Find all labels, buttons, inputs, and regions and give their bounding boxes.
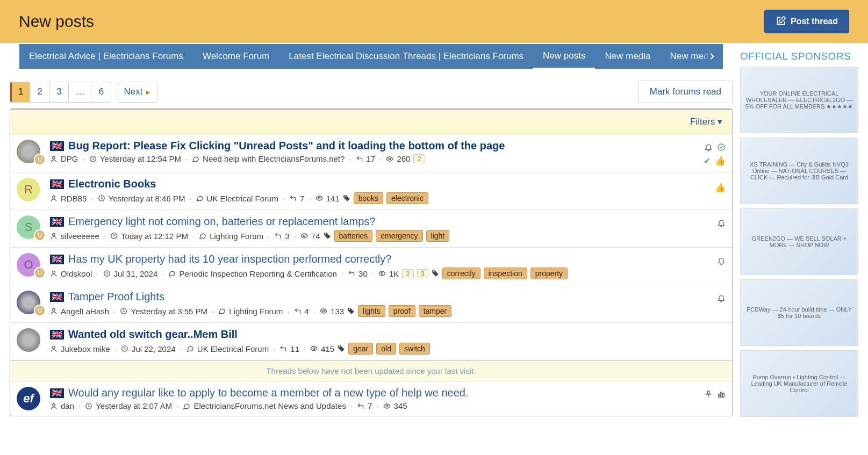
thread-tag[interactable]: light [426,230,450,242]
thread-tag[interactable]: tamper [419,305,452,317]
view-count: 141 [326,194,340,203]
thread-title-link[interactable]: Wanted old switch gear..Mem Bill [68,328,238,341]
tags-icon [324,232,331,240]
thread-avatar[interactable]: SU [17,215,42,239]
thread-tag[interactable]: switch [399,343,430,355]
thread-time[interactable]: Yesterday at 8:46 PM [109,194,185,203]
page-button[interactable]: 1 [10,82,30,102]
avatar-sub-badge: U [34,267,46,279]
view-count: 133 [331,307,344,316]
eye-icon [320,307,327,315]
pin-icon[interactable] [704,389,713,400]
sponsor-ad[interactable]: YOUR ONLINE ELECTRICAL WHOLESALER — ELEC… [740,67,858,133]
thread-title-link[interactable]: Emergency light not coming on, batteries… [68,215,375,228]
svg-rect-22 [719,394,720,397]
thread-tag[interactable]: lights [358,305,385,317]
thread-title-link[interactable]: Electronic Books [68,178,156,190]
thread-time[interactable]: Jul 31, 2024 [114,269,158,278]
thread-author[interactable]: dan [61,401,74,410]
thread-title-link[interactable]: Would any regular like to apply to becom… [68,387,469,399]
bell-icon[interactable] [717,218,726,229]
thread-author[interactable]: AngelLaHash [61,307,109,316]
thread-tag[interactable]: gear [348,343,373,355]
poll-icon[interactable] [717,389,726,400]
reply-count: 11 [290,344,299,353]
mark-forums-read-button[interactable]: Mark forums read [639,81,733,103]
nav-scroll-right[interactable] [701,44,723,69]
thread-forum[interactable]: UK Electrical Forum [207,194,278,203]
thread-forum[interactable]: Periodic Inspection Reporting & Certific… [179,269,336,278]
svg-point-3 [718,144,724,150]
page-indicator[interactable]: 2 [402,269,413,278]
thread-tag[interactable]: old [376,343,396,355]
thread-status-icons: ✔👍 [704,140,726,167]
unread-separator: Threads below have not been updated sinc… [10,360,732,381]
thread-title-link[interactable]: Has my UK property had its 10 year inspe… [68,253,391,265]
sponsor-ad[interactable]: Pump Overrun • Lighting Control — Leadin… [740,350,858,417]
svg-point-10 [53,271,55,273]
thread-forum[interactable]: Lighting Forum [229,307,283,316]
thread-tag[interactable]: electronic [386,192,428,204]
thread-author[interactable]: silveeeeee [61,232,99,241]
thread-time[interactable]: Yesterday at 3:55 PM [131,307,207,316]
check-circle-icon[interactable] [717,142,726,153]
thread-forum[interactable]: UK Electrical Forum [197,344,269,353]
thread-tag[interactable]: books [354,192,383,204]
thread-time[interactable]: Yesterday at 2:07 AM [96,401,172,410]
bell-icon[interactable] [704,142,713,153]
eye-icon [315,194,323,202]
page-button[interactable]: 6 [91,82,111,102]
thread-title-link[interactable]: Bug Report: Please Fix Clicking "Unread … [68,140,505,152]
nav-tab[interactable]: Welcome Forum [193,45,279,68]
nav-tab[interactable]: Latest Electrical Discussion Threads | E… [279,45,533,68]
thread-tag[interactable]: proof [389,305,415,317]
thread-author[interactable]: RDB85 [61,194,87,203]
bell-icon[interactable] [717,255,726,266]
nav-tab[interactable]: Electrical Advice | Electricians Forums [19,45,193,68]
thread-time[interactable]: Today at 12:12 PM [121,232,188,241]
thread-tag[interactable]: correctly [442,268,480,279]
post-thread-button[interactable]: Post thread [764,10,849,33]
avatar-sub-badge: U [34,229,46,241]
thread-forum[interactable]: ElectriciansForums.net News and Updates [193,401,346,410]
chat-icon [192,155,199,163]
thread-avatar[interactable] [17,328,42,352]
header-bar: New posts Post thread [0,0,868,43]
bell-icon[interactable] [717,293,726,304]
page-button[interactable]: … [69,82,91,102]
thread-avatar[interactable]: R [17,178,42,201]
reply-count: 3 [285,232,289,241]
thread-author[interactable]: DPG [61,154,78,163]
view-count: 260 [397,154,410,163]
sponsor-ad[interactable]: XS TRAINING — City & Guilds NVQ3 Online … [740,138,858,204]
thread-avatar[interactable]: ef [17,387,42,410]
thread-author[interactable]: Oldskool [61,269,92,278]
thread-avatar[interactable]: OU [17,253,42,277]
thread-avatar[interactable]: U [17,140,42,163]
page-button[interactable]: 2 [30,82,49,102]
sponsor-ad[interactable]: PCBWay — 24-hour build time — ONLY $5 fo… [740,279,858,346]
page-indicator[interactable]: 2 [413,154,425,163]
page-next-button[interactable]: Next ▸ [117,82,157,102]
nav-tab[interactable]: New media [595,45,660,68]
thread-forum[interactable]: Lighting Forum [210,232,263,241]
nav-tab[interactable]: New posts [533,44,595,69]
sponsor-ad[interactable]: GREEN2GO — WE SELL SOLAR + MORE — SHOP N… [740,208,858,275]
reply-count: 17 [367,154,376,163]
thread-author[interactable]: Jukebox mike [61,344,110,353]
thread-tag[interactable]: emergency [376,230,422,242]
thread-tag[interactable]: inspection [484,268,527,279]
thread-tag[interactable]: property [530,268,568,279]
reply-icon [294,307,302,315]
svg-point-21 [386,405,388,407]
page-indicator[interactable]: 3 [417,269,428,278]
thread-title-link[interactable]: Tamper Proof Lights [68,291,164,303]
thread-time[interactable]: Yesterday at 12:54 PM [100,154,181,163]
filters-toggle[interactable]: Filters ▾ [690,117,722,127]
thread-forum[interactable]: Need help with ElectriciansForums.net? [203,154,345,163]
thread-time[interactable]: Jul 22, 2024 [132,344,176,353]
thread-avatar[interactable]: U [17,291,42,314]
avatar-sub-badge: U [34,305,46,316]
thread-tag[interactable]: batteries [334,230,373,242]
page-button[interactable]: 3 [49,82,69,102]
